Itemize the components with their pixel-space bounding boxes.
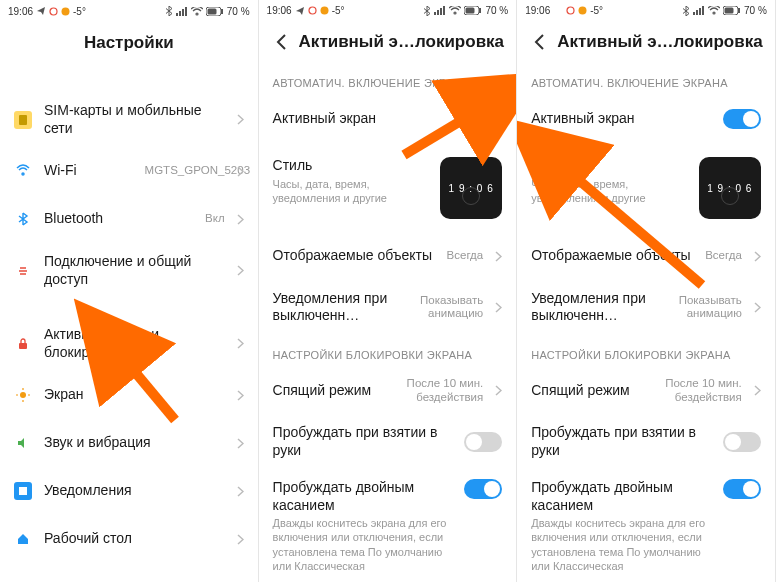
chevron-right-icon xyxy=(237,534,244,545)
telegram-icon xyxy=(295,6,305,16)
row-aod-toggle[interactable]: Активный экран xyxy=(517,95,775,143)
double-sub: Дважды коснитесь экрана для его включени… xyxy=(273,516,453,573)
row-sleep[interactable]: Спящий режим После 10 мин. бездействия xyxy=(517,367,775,415)
lock-icon xyxy=(14,335,32,353)
row-display[interactable]: Экран xyxy=(0,371,258,419)
row-raise[interactable]: Пробуждать при взятии в руки xyxy=(517,415,775,470)
svg-rect-18 xyxy=(466,8,475,14)
row-tethering[interactable]: Подключение и общий доступ xyxy=(0,243,258,298)
aod-header: Активный э…локировка xyxy=(517,22,775,63)
telegram-icon xyxy=(36,6,46,16)
aod-toggle[interactable] xyxy=(723,109,761,129)
row-double-tap[interactable]: Пробуждать двойным касанием Дважды косни… xyxy=(517,469,775,582)
row-sim[interactable]: SIM-карты и мобильные сети xyxy=(0,92,258,147)
row-label: SIM-карты и мобильные сети xyxy=(44,102,225,137)
row-objects[interactable]: Отображаемые объекты Всегда xyxy=(517,232,775,280)
status-battery: 70 % xyxy=(485,5,508,16)
row-notif-off[interactable]: Уведомления при выключенн… Показывать ан… xyxy=(259,280,517,335)
svg-rect-24 xyxy=(724,8,733,14)
share-icon xyxy=(14,262,32,280)
raise-label: Пробуждать при взятии в руки xyxy=(531,424,711,459)
wifi-icon xyxy=(14,162,32,180)
notif-label: Уведомления при выключенн… xyxy=(531,290,650,325)
chevron-right-icon xyxy=(237,390,244,401)
panel-settings: 19:06 -5° 70 % Настройки SIM-карты и моб… xyxy=(0,0,259,582)
svg-rect-5 xyxy=(19,115,27,125)
svg-point-15 xyxy=(320,7,328,15)
style-sub: Часы, дата, время, уведомления и другие xyxy=(531,177,687,206)
bluetooth-icon xyxy=(165,6,173,16)
double-label: Пробуждать двойным касанием xyxy=(531,479,711,514)
bluetooth-icon xyxy=(423,6,431,16)
row-aod-toggle[interactable]: Активный экран xyxy=(259,95,517,143)
style-label: Стиль xyxy=(531,157,687,175)
chevron-right-icon xyxy=(495,251,502,262)
sleep-value: После 10 мин. бездействия xyxy=(662,377,742,405)
raise-toggle[interactable] xyxy=(464,432,502,452)
row-value: Вкл xyxy=(205,212,225,226)
row-aod-lock[interactable]: Активный экран и блокировка xyxy=(0,316,258,371)
chevron-right-icon xyxy=(237,438,244,449)
svg-point-20 xyxy=(567,7,574,14)
style-sub: Часы, дата, время, уведомления и другие xyxy=(273,177,429,206)
row-notif-off[interactable]: Уведомления при выключенн… Показывать ан… xyxy=(517,280,775,335)
sleep-label: Спящий режим xyxy=(273,382,392,400)
chevron-right-icon xyxy=(754,251,761,262)
svg-rect-17 xyxy=(479,8,481,13)
status-temp: -5° xyxy=(332,5,345,16)
style-preview: 1 9 : 0 6 xyxy=(440,157,502,219)
status-icon xyxy=(49,7,58,16)
row-label: Wi-Fi xyxy=(44,162,133,180)
chevron-right-icon xyxy=(237,338,244,349)
chevron-right-icon xyxy=(754,302,761,313)
status-battery: 70 % xyxy=(227,6,250,17)
section-lock: НАСТРОЙКИ БЛОКИРОВКИ ЭКРАНА xyxy=(259,335,517,367)
double-toggle[interactable] xyxy=(464,479,502,499)
status-bar: 19:06 -5° 70 % xyxy=(259,0,517,22)
panel-aod-1: 19:06 -5° 70 % Активный э…локировка АВТО… xyxy=(259,0,518,582)
preview-clock-icon xyxy=(721,187,739,205)
preview-clock-icon xyxy=(462,187,480,205)
row-value: MGTS_GPON_5203 xyxy=(145,164,225,178)
page-title: Настройки xyxy=(12,33,246,53)
row-style[interactable]: Стиль Часы, дата, время, уведомления и д… xyxy=(517,143,775,232)
style-label: Стиль xyxy=(273,157,429,175)
aod-toggle[interactable] xyxy=(464,109,502,129)
notification-icon xyxy=(14,482,32,500)
row-notifications[interactable]: Уведомления xyxy=(0,467,258,515)
back-button[interactable] xyxy=(271,34,291,50)
svg-point-0 xyxy=(50,8,57,15)
row-double-tap[interactable]: Пробуждать двойным касанием Дважды косни… xyxy=(259,469,517,582)
row-sleep[interactable]: Спящий режим После 10 мин. бездействия xyxy=(259,367,517,415)
row-sound[interactable]: Звук и вибрация xyxy=(0,419,258,467)
row-bluetooth[interactable]: Bluetooth Вкл xyxy=(0,195,258,243)
double-toggle[interactable] xyxy=(723,479,761,499)
battery-icon xyxy=(206,7,224,16)
row-objects[interactable]: Отображаемые объекты Всегда xyxy=(259,232,517,280)
raise-toggle[interactable] xyxy=(723,432,761,452)
page-title: Активный э…локировка xyxy=(299,32,504,52)
signal-icon xyxy=(693,6,705,15)
status-icon-2 xyxy=(578,6,587,15)
row-raise[interactable]: Пробуждать при взятии в руки xyxy=(259,415,517,470)
status-time: 19:06 xyxy=(267,5,292,16)
svg-rect-3 xyxy=(221,9,223,14)
wifi-icon xyxy=(708,6,720,15)
bluetooth-icon xyxy=(14,210,32,228)
wifi-icon xyxy=(191,7,203,16)
status-time: 19:06 xyxy=(525,5,550,16)
double-label: Пробуждать двойным касанием xyxy=(273,479,453,514)
row-label: Звук и вибрация xyxy=(44,434,225,452)
row-label: Экран xyxy=(44,386,225,404)
row-home[interactable]: Рабочий стол xyxy=(0,515,258,563)
aod-header: Активный э…локировка xyxy=(259,22,517,63)
back-button[interactable] xyxy=(529,34,549,50)
row-wifi[interactable]: Wi-Fi MGTS_GPON_5203 xyxy=(0,147,258,195)
row-style[interactable]: Стиль Часы, дата, время, уведомления и д… xyxy=(259,143,517,232)
status-bar: 19:06 -5° 70 % xyxy=(0,0,258,22)
row-label: Уведомления xyxy=(44,482,225,500)
objects-label: Отображаемые объекты xyxy=(273,247,435,265)
aod-label: Активный экран xyxy=(531,110,711,128)
row-label: Активный экран и блокировка xyxy=(44,326,225,361)
chevron-left-icon xyxy=(276,34,286,50)
